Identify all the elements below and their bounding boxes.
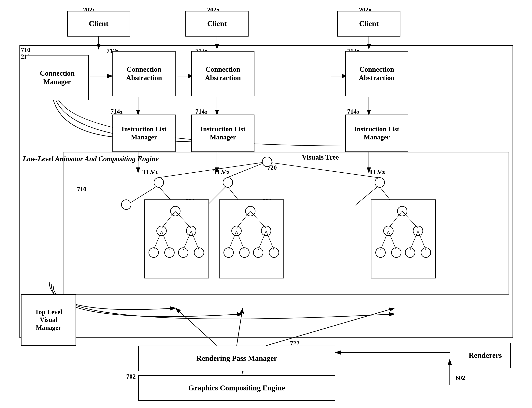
svg-line-56 xyxy=(250,211,266,228)
rendering-pass-manager-label: Rendering Pass Manager xyxy=(196,354,277,363)
top-level-visual-manager-label: Top LevelVisualManager xyxy=(35,308,62,332)
svg-rect-3 xyxy=(63,152,509,294)
client-1-box: Client xyxy=(67,11,130,36)
connection-abstraction-1-box: ConnectionAbstraction xyxy=(112,51,176,96)
tlv2-circle xyxy=(223,177,233,188)
svg-line-57 xyxy=(229,231,237,250)
svg-line-52 xyxy=(162,231,169,250)
svg-line-59 xyxy=(258,231,266,250)
instruction-list-manager-2-box: Instruction ListManager xyxy=(191,115,254,152)
ref-702: 702 xyxy=(126,373,136,380)
ref-714-2: 714₂ xyxy=(195,108,207,115)
svg-line-60 xyxy=(266,231,274,250)
diagram-container: 202₁ 202₂ 202₃ Client Client Client 710 … xyxy=(0,0,532,408)
instruction-list-manager-3-box: Instruction ListManager xyxy=(345,115,408,152)
svg-line-17 xyxy=(227,162,266,178)
connection-abstraction-2-label: ConnectionAbstraction xyxy=(205,65,241,82)
tree3-svg xyxy=(371,200,436,279)
root-circle xyxy=(262,157,272,167)
svg-line-65 xyxy=(410,231,418,250)
rendering-pass-manager-box: Rendering Pass Manager xyxy=(138,346,335,371)
ref-714-1: 714₁ xyxy=(110,108,123,115)
svg-line-43 xyxy=(176,308,217,346)
svg-line-44 xyxy=(237,308,243,346)
renderers-label: Renderers xyxy=(469,351,502,360)
connection-abstraction-2-box: ConnectionAbstraction xyxy=(191,51,254,96)
tlv3-label: TLV₃ xyxy=(369,168,385,176)
tree-box-3 xyxy=(371,199,436,279)
svg-line-55 xyxy=(237,211,250,228)
connection-abstraction-3-box: ConnectionAbstraction xyxy=(345,51,408,96)
instruction-list-manager-3-label: Instruction ListManager xyxy=(354,125,399,141)
client-1-label: Client xyxy=(89,19,108,28)
client-2-label: Client xyxy=(207,19,227,28)
graphics-compositing-engine-box: Graphics Compositing Engine xyxy=(138,375,335,401)
svg-line-50 xyxy=(175,211,191,228)
client-2-box: Client xyxy=(185,11,249,36)
instruction-list-manager-1-box: Instruction ListManager xyxy=(112,115,176,152)
renderers-box: Renderers xyxy=(460,343,511,368)
tlv3-circle xyxy=(375,177,385,188)
connection-manager-box: ConnectionManager xyxy=(26,55,89,100)
low-level-animator-label: Low-Level Animator And Compositing Engin… xyxy=(23,154,159,164)
svg-line-18 xyxy=(266,162,379,178)
client-3-label: Client xyxy=(359,19,378,28)
tlv1-left-child xyxy=(121,199,131,210)
svg-rect-2 xyxy=(20,45,513,338)
tlv1-circle xyxy=(154,177,164,188)
ref-710-mid: 710 xyxy=(77,186,86,193)
tree1-svg xyxy=(145,200,210,279)
tree-box-2 xyxy=(219,199,284,279)
tlv2-label: TLV₂ xyxy=(213,168,229,176)
instruction-list-manager-2-label: Instruction ListManager xyxy=(200,125,246,141)
connection-abstraction-1-label: ConnectionAbstraction xyxy=(126,65,162,82)
svg-line-49 xyxy=(162,211,175,228)
client-3-box: Client xyxy=(337,11,401,36)
svg-line-58 xyxy=(237,231,244,250)
svg-line-16 xyxy=(158,162,266,178)
visuals-tree-label: Visuals Tree xyxy=(302,153,339,161)
connection-manager-label: ConnectionManager xyxy=(40,69,74,86)
ref-714-3: 714₃ xyxy=(347,108,359,115)
ref-602: 602 xyxy=(456,374,465,382)
svg-line-63 xyxy=(381,231,388,250)
instruction-list-manager-1-label: Instruction ListManager xyxy=(122,125,166,141)
svg-line-66 xyxy=(418,231,426,250)
svg-line-54 xyxy=(191,231,199,250)
tlv1-label: TLV₁ xyxy=(142,168,158,176)
svg-line-51 xyxy=(154,231,162,250)
svg-line-53 xyxy=(183,231,191,250)
svg-line-64 xyxy=(388,231,396,250)
graphics-compositing-engine-label: Graphics Compositing Engine xyxy=(188,383,285,393)
ref-710-top: 710 xyxy=(21,46,30,53)
tree2-svg xyxy=(220,200,285,279)
connection-abstraction-3-label: ConnectionAbstraction xyxy=(359,65,395,82)
svg-line-45 xyxy=(266,308,394,346)
tree-box-1 xyxy=(144,199,209,279)
svg-line-62 xyxy=(402,211,418,228)
top-level-visual-manager-box: Top LevelVisualManager xyxy=(21,294,76,346)
svg-line-61 xyxy=(388,211,402,228)
